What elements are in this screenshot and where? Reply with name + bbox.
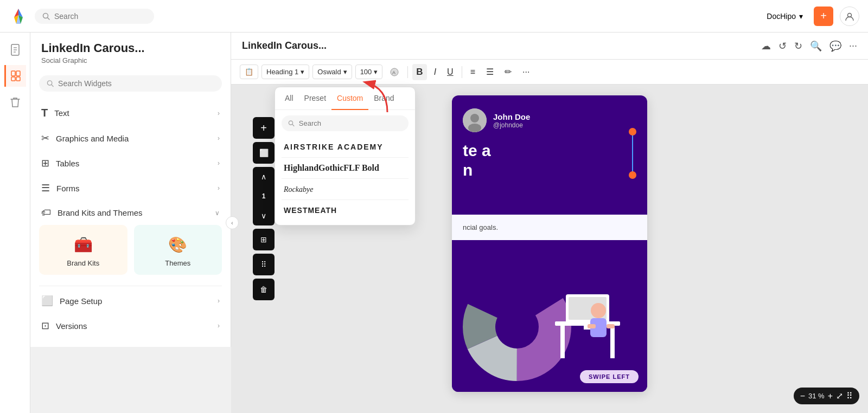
zoom-out-button[interactable]: − [800, 391, 805, 401]
search-icon [42, 12, 50, 20]
font-item-airstrike[interactable]: AIRSTRIKE ACADEMY [282, 137, 409, 158]
font-item-highland[interactable]: HighlandGothicFLF Bold [282, 158, 409, 179]
svg-rect-13 [16, 71, 20, 76]
sidebar-title: LinkedIn Carous... [41, 41, 220, 55]
grid-toggle-button[interactable]: ⠿ [846, 391, 853, 401]
heading-dropdown[interactable]: Heading 1 ▾ [261, 64, 309, 79]
list-button[interactable]: ☰ [482, 64, 497, 80]
search-input[interactable] [54, 12, 141, 21]
sidebar-item-forms-label: Forms [56, 184, 80, 193]
canvas-body: ncial goals. [452, 215, 647, 240]
more-toolbar-button[interactable]: ··· [519, 64, 533, 80]
collapse-sidebar-button[interactable]: ‹ [226, 216, 239, 229]
grid-dots-button[interactable]: ⠿ [253, 254, 275, 275]
sidebar-item-brandkits-label: Brand Kits and Themes [58, 208, 142, 217]
svg-rect-32 [610, 326, 615, 358]
fit-to-screen-button[interactable]: ⤢ [836, 391, 843, 401]
sidebar-item-brandkits[interactable]: 🏷 Brand Kits and Themes ∨ [30, 201, 231, 225]
svg-rect-15 [16, 77, 20, 81]
logo-icon[interactable] [9, 7, 28, 26]
tables-icon: ⊞ [41, 157, 49, 169]
redo-icon[interactable]: ↻ [794, 40, 802, 52]
color-button[interactable]: A [386, 64, 403, 80]
themes-card-label: Themes [165, 259, 190, 267]
font-dropdown[interactable]: Oswald ▾ [312, 64, 352, 79]
font-search-input[interactable] [299, 119, 402, 127]
tab-preset[interactable]: Preset [299, 87, 331, 110]
sidebar-item-versions-label: Versions [56, 321, 87, 331]
tab-custom[interactable]: Custom [331, 87, 368, 110]
canvas-bottom: SWIPE LEFT [452, 240, 647, 392]
chevron-down-icon2: ∨ [215, 209, 220, 217]
svg-line-6 [48, 17, 50, 20]
brand-kits-card[interactable]: 🧰 Brand Kits [39, 225, 127, 275]
themes-card-icon: 🎨 [168, 236, 187, 254]
sidebar-item-tables-label: Tables [56, 159, 79, 168]
underline-label: U [447, 67, 454, 77]
sidebar-item-graphics[interactable]: ✂ Graphics and Media › [30, 126, 231, 151]
main-layout: LinkedIn Carous... Social Graphic T Text… [0, 33, 868, 413]
chevron-right-icon3: › [218, 159, 220, 167]
font-search[interactable] [282, 115, 409, 131]
sidebar-item-text-label: Text [54, 108, 69, 118]
canvas-card: John Doe @johndoe te a n ncial goals. [452, 95, 647, 392]
sidebar-item-tables[interactable]: ⊞ Tables › [30, 151, 231, 176]
font-item-westmeath[interactable]: WESTMEATH [282, 200, 409, 221]
undo-icon[interactable]: ↺ [778, 40, 787, 52]
cloud-save-icon[interactable]: ☁ [761, 40, 771, 52]
chevron-right-icon6: › [218, 322, 220, 330]
add-element-button[interactable]: + [253, 117, 275, 139]
delete-element-button[interactable]: 🗑 [253, 279, 275, 300]
orange-dot-bottom [629, 171, 636, 179]
sidebar-item-forms[interactable]: ☰ Forms › [30, 176, 231, 201]
user-row: John Doe @johndoe [463, 108, 636, 132]
brand-kits-card-label: Brand Kits [67, 259, 99, 267]
align-button[interactable]: ≡ [467, 64, 479, 80]
sidebar-item-pagesetup[interactable]: ⬜ Page Setup › [30, 288, 231, 313]
blue-accent-line [632, 132, 633, 173]
doc-titlebar: LinkedIn Carous... ☁ ↺ ↻ 🔍 💬 ··· [231, 33, 868, 60]
iconbar-trash[interactable] [4, 91, 26, 113]
next-page-button[interactable]: ∨ [253, 206, 275, 225]
more-options-icon[interactable]: ··· [849, 40, 857, 51]
widget-search[interactable] [39, 75, 222, 92]
iconbar-widgets[interactable] [4, 65, 26, 87]
font-item-rockabye[interactable]: Rockabye [282, 179, 409, 200]
chevron-right-icon5: › [218, 297, 220, 305]
divider1 [39, 286, 222, 286]
underline-button[interactable]: U [443, 64, 457, 80]
canvas-headline-text: te a n [463, 141, 636, 180]
font-search-icon [288, 120, 295, 127]
doc-title: LinkedIn Carous... [242, 40, 327, 51]
tab-all[interactable]: All [279, 87, 299, 110]
topbar: DocHipo ▾ + [0, 0, 868, 33]
dochipo-menu[interactable]: DocHipo ▾ [762, 10, 807, 23]
grid-view-button[interactable]: ⊞ [253, 229, 275, 250]
brand-kits-section: 🧰 Brand Kits 🎨 Themes [30, 225, 231, 283]
user-avatar[interactable] [840, 7, 859, 26]
toolbar: 📋 Heading 1 ▾ Oswald ▾ 100 ▾ A B I [231, 60, 868, 85]
bold-button[interactable]: B [412, 64, 426, 80]
resize-button[interactable]: ⬜ [253, 142, 275, 164]
widget-search-input[interactable] [58, 79, 214, 88]
sidebar-item-versions[interactable]: ⊡ Versions › [30, 313, 231, 338]
edit-button[interactable]: ✏ [501, 64, 515, 80]
search-canvas-icon[interactable]: 🔍 [810, 40, 822, 52]
italic-button[interactable]: I [430, 64, 440, 80]
zoom-in-button[interactable]: + [828, 391, 833, 401]
themes-card[interactable]: 🎨 Themes [134, 225, 222, 275]
prev-page-button[interactable]: ∧ [253, 167, 275, 186]
canvas-top: John Doe @johndoe te a n [452, 95, 647, 215]
comment-icon[interactable]: 💬 [829, 40, 841, 52]
topbar-right: DocHipo ▾ + [762, 7, 859, 26]
iconbar-document[interactable] [4, 39, 26, 61]
global-search[interactable] [35, 9, 154, 24]
clipboard-button[interactable]: 📋 [240, 64, 258, 79]
sidebar-item-text[interactable]: T Text › [30, 100, 231, 126]
create-button[interactable]: + [814, 7, 833, 26]
dochipo-label: DocHipo [767, 12, 796, 21]
font-size-dropdown[interactable]: 100 ▾ [355, 64, 383, 79]
graphics-icon: ✂ [41, 132, 49, 144]
tab-brand[interactable]: Brand [368, 87, 399, 110]
swipe-left-button[interactable]: SWIPE LEFT [580, 370, 639, 383]
